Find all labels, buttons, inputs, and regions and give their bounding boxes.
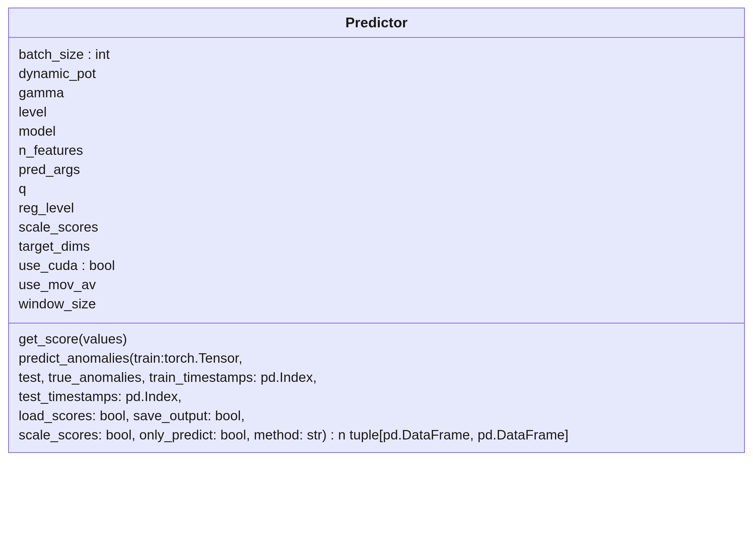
attribute-row: gamma <box>19 83 734 102</box>
method-row: load_scores: bool, save_output: bool, <box>19 406 734 425</box>
attribute-row: model <box>19 122 734 141</box>
method-row: predict_anomalies(train:torch.Tensor, <box>19 349 734 368</box>
class-name: Predictor <box>9 8 744 38</box>
attribute-row: dynamic_pot <box>19 64 734 83</box>
attribute-row: use_cuda : bool <box>19 256 734 275</box>
attribute-row: batch_size : int <box>19 45 734 64</box>
methods-section: get_score(values) predict_anomalies(trai… <box>9 323 744 452</box>
attribute-row: level <box>19 102 734 122</box>
uml-class-box: Predictor batch_size : int dynamic_pot g… <box>8 7 745 453</box>
attribute-row: n_features <box>19 141 734 160</box>
method-row: get_score(values) <box>19 329 734 349</box>
attribute-row: reg_level <box>19 198 734 218</box>
attribute-row: use_mov_av <box>19 275 734 294</box>
method-row: scale_scores: bool, only_predict: bool, … <box>19 425 734 445</box>
attribute-row: window_size <box>19 294 734 314</box>
attribute-row: q <box>19 179 734 198</box>
attributes-section: batch_size : int dynamic_pot gamma level… <box>9 38 744 323</box>
attribute-row: target_dims <box>19 237 734 256</box>
attribute-row: pred_args <box>19 160 734 179</box>
method-row: test, true_anomalies, train_timestamps: … <box>19 368 734 387</box>
method-row: test_timestamps: pd.Index, <box>19 387 734 406</box>
attribute-row: scale_scores <box>19 218 734 237</box>
